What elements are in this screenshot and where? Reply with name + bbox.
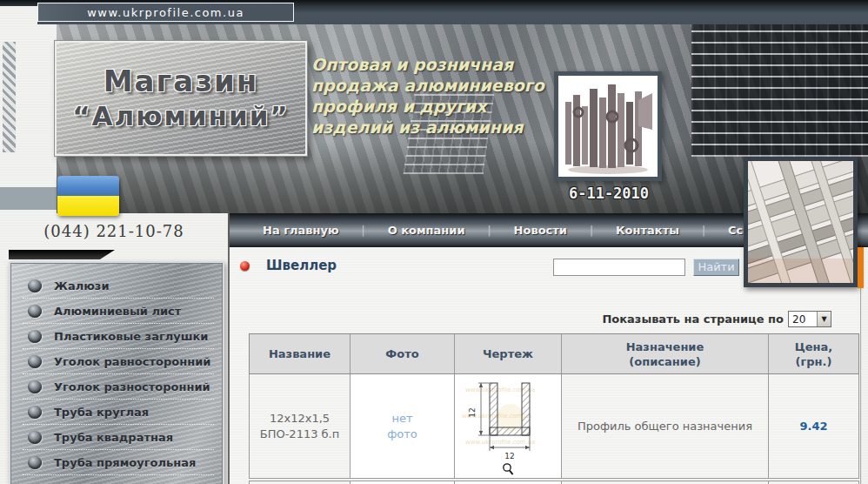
col-header-photo: Фото [351,334,455,373]
bullet-icon [28,431,42,444]
cell-photo: нет фото [351,374,455,478]
header-product-image [554,71,662,181]
topbar: www.ukrprofile.com.ua [0,0,868,24]
hatch-decoration [3,42,16,152]
search-input[interactable] [553,259,685,276]
header-beams-photo [744,157,858,287]
nav-separator: | [488,225,491,237]
bullet-icon [28,380,42,393]
nav-contacts[interactable]: Контакты [616,224,679,237]
magnifier-icon[interactable] [502,462,514,476]
bullet-icon [28,406,42,419]
bullet-icon [28,330,42,343]
tagline-line: Оптовая и розничная [311,54,572,75]
svg-text:www.ukrprofile.com.ua: www.ukrprofile.com.ua [465,439,535,446]
dropdown-arrow-icon[interactable]: ▼ [817,312,831,326]
sidebar-item-ugolok-razno[interactable]: Уголок разносторонний [23,374,214,400]
nav-separator: | [590,225,593,237]
nav-about[interactable]: О компании [388,224,465,237]
sidebar-item-truba-pryamougolnaya[interactable]: Труба прямоугольная [23,450,214,475]
header-collage-tube-grid [691,24,868,157]
ukraine-flag-icon [57,176,119,216]
page: www.ukrprofile.com.ua Магазин “Алюминий”… [0,0,868,484]
per-page-row: Показывать на странице по 20 ▼ [230,310,831,327]
aluminum-beams-image [748,161,853,283]
phone-number: (044) 221-10-78 [0,222,228,240]
sidebar-item-zhalyuzi[interactable]: Жалюзи [23,273,214,299]
table-row: 12х12х1,5 БПО-2113 б.п нет фото [249,374,859,479]
nav-news[interactable]: Новости [514,224,567,237]
search-button[interactable]: Найти [693,259,739,276]
cell-drawing[interactable]: www.ukrprofile.com.ua www.ukrprofile.com… [455,374,562,478]
sidebar-item-label: Уголок разносторонний [54,380,210,393]
col-header-purpose: Назначение (описание) [562,334,769,373]
table-row-partial [249,481,859,484]
header-date: 6-11-2010 [548,185,670,202]
header-left-strip [0,24,57,213]
bullet-icon [28,456,42,469]
aluminum-profiles-image [558,76,658,177]
nav-home[interactable]: На главную [263,224,339,237]
logo-panel[interactable]: Магазин “Алюминий” [55,41,307,156]
logo-line-2: “Алюминий” [72,98,290,133]
svg-text:12: 12 [504,452,514,460]
bullet-icon [28,305,42,318]
products-table: Название Фото Чертеж Назначение (описани… [249,333,859,484]
no-photo-link[interactable]: нет фото [387,411,417,442]
col-header-price: Цена, (грн.) [769,334,858,373]
sidebar-item-label: Алюминиевый лист [54,305,181,318]
sidebar-item-label: Уголок равносторонний [54,355,210,368]
per-page-select[interactable]: 20 ▼ [788,311,831,327]
nav-separator: | [362,225,365,237]
red-bullet-icon [240,261,250,271]
logo-line-1: Магазин [103,64,259,98]
sidebar-item-label: Труба прямоугольная [54,456,196,469]
topbar-notch [0,6,37,24]
col-header-name: Название [250,334,351,373]
per-page-value: 20 [789,312,817,326]
bullet-icon [28,279,42,292]
sidebar-item-label: Жалюзи [54,279,110,292]
tagline-line: изделий из алюминия [311,117,572,138]
tagline-line: продажа алюминиевого [311,75,572,96]
cell-name: 12х12х1,5 БПО-2113 б.п [250,374,351,478]
nav-separator: | [702,225,705,237]
gray-band-decoration [0,187,57,210]
sidebar-menu: Жалюзи Алюминиевый лист Пластиковые загл… [9,261,224,484]
col-header-drawing: Чертеж [455,334,562,373]
sidebar-item-label: Труба круглая [54,406,149,419]
cell-description: Профиль общего назначения [562,374,769,478]
cell-price: 9.42 [769,374,858,478]
svg-text:12: 12 [468,407,477,417]
tagline-line: профиля и других [311,96,572,117]
header-tagline: Оптовая и розничная продажа алюминиевого… [311,54,572,138]
sidebar-item-label: Труба квадратная [54,431,173,444]
site-url-box: www.ukrprofile.com.ua [37,3,294,22]
channel-profile-drawing: www.ukrprofile.com.ua www.ukrprofile.com… [460,378,556,461]
table-header: Название Фото Чертеж Назначение (описани… [249,333,859,374]
sidebar-item-list[interactable]: Алюминиевый лист [23,299,214,324]
bullet-icon [28,355,42,368]
orange-accent-bar [858,247,864,288]
sidebar-item-label: Пластиковые заглушки [54,330,208,343]
site-url: www.ukrprofile.com.ua [87,6,244,19]
page-title: Швеллер [266,258,337,273]
sidebar-top-tab [9,250,115,259]
left-column: (044) 221-10-78 Жалюзи Алюминиевый лист … [0,213,228,484]
sidebar-item-truba-kruglaya[interactable]: Труба круглая [23,400,214,425]
per-page-label: Показывать на странице по [602,313,784,326]
sidebar-item-ugolok-ravno[interactable]: Уголок равносторонний [23,349,214,374]
sidebar-item-zaglushki[interactable]: Пластиковые заглушки [23,324,214,349]
sidebar-item-truba-kvadratnaya[interactable]: Труба квадратная [23,425,214,450]
